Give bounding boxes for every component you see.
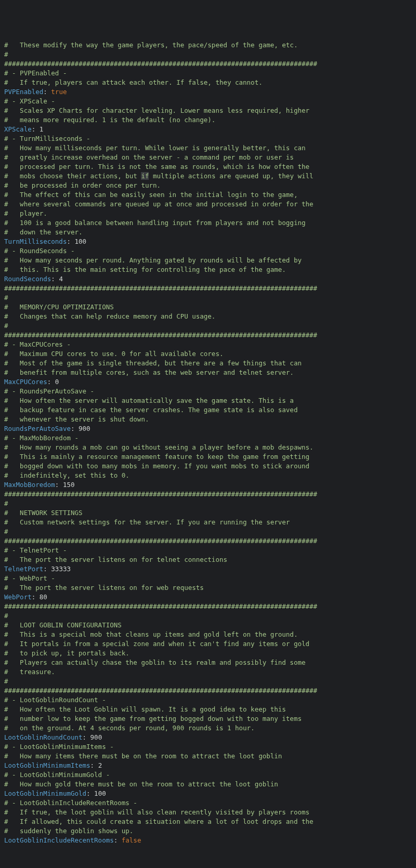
yaml-value: 900 xyxy=(90,733,102,741)
yaml-value: 33333 xyxy=(51,565,71,573)
comment-line: # processed per turn. This is not the sa… xyxy=(4,163,309,170)
comment-line: # xyxy=(4,322,8,330)
yaml-value: true xyxy=(51,88,67,96)
yaml-value: 0 xyxy=(55,378,59,386)
comment-line: # - WebPort - xyxy=(4,574,55,582)
comment-line: # xyxy=(4,50,8,58)
comment-line: # - LootGoblinMinimumItems - xyxy=(4,743,114,751)
comment-line: # - PVPEnabled - xyxy=(4,69,67,77)
yaml-key: TelnetPort xyxy=(4,565,43,573)
highlighted-word: if xyxy=(141,172,149,180)
comment-line: # on the ground. At 4 seconds per round,… xyxy=(4,724,255,732)
comment-line: # If true, the loot goblin will also cle… xyxy=(4,808,309,816)
yaml-key: MaxMobBoredom xyxy=(4,481,55,489)
yaml-value: 2 xyxy=(98,761,102,769)
comment-line: # this. This is the main setting for con… xyxy=(4,266,286,273)
colon: : xyxy=(55,481,59,489)
comment-line: # xyxy=(4,499,8,507)
yaml-value: 4 xyxy=(59,275,63,283)
comment-line: # Players can actually chase the goblin … xyxy=(4,659,305,666)
comment-line: # 100 is a good balance between handling… xyxy=(4,219,305,227)
comment-line: # greatly increase overhead on the serve… xyxy=(4,153,294,161)
comment-line: ########################################… xyxy=(4,687,317,694)
colon: : xyxy=(86,790,90,797)
comment-line: # down the server. xyxy=(4,228,83,236)
comment-line: # If allowed, this could create a situat… xyxy=(4,818,314,825)
yaml-value: 100 xyxy=(74,238,86,245)
comment-line: # xyxy=(4,528,8,535)
comment-line: # to pick up, it portals back. xyxy=(4,649,129,657)
comment-line: # These modify the way the game players,… xyxy=(4,41,297,49)
comment-line: # NETWORK SETTINGS xyxy=(4,509,83,517)
comment-line: # - TurnMilliseconds - xyxy=(4,135,90,142)
colon: : xyxy=(71,425,75,432)
yaml-key: RoundSeconds xyxy=(4,275,51,283)
comment-line: # Most of the game is single threaded, b… xyxy=(4,359,302,367)
comment-line: # xyxy=(4,677,8,685)
yaml-value: false xyxy=(122,836,141,844)
comment-line: # It portals in from a special zone and … xyxy=(4,640,309,648)
comment-line: # bogged down with too many mobs in memo… xyxy=(4,462,309,470)
comment-line: # Custom network settings for the server… xyxy=(4,518,290,526)
comment-line: # benefit from multiple cores, such as t… xyxy=(4,369,294,376)
colon: : xyxy=(32,593,36,601)
yaml-key: LootGoblinIncludeRecentRooms xyxy=(4,836,114,844)
colon: : xyxy=(90,761,95,769)
yaml-key: MaxCPUCores xyxy=(4,378,47,386)
comment-line: # where several commands are queued up a… xyxy=(4,200,314,208)
comment-line: ########################################… xyxy=(4,602,317,610)
comment-line: # Maximum CPU cores to use. 0 for all av… xyxy=(4,350,223,358)
yaml-key: PVPEnabled xyxy=(4,88,43,96)
comment-line: # - XPScale - xyxy=(4,97,55,105)
comment-line: # How often the Loot Goblin will spawn. … xyxy=(4,705,286,713)
comment-line: # MEMORY/CPU OPTIMIZATIONS xyxy=(4,303,114,311)
comment-line: # mobs choose their actions, but if mult… xyxy=(4,172,314,180)
comment-line: # means more required. 1 is the default … xyxy=(4,116,215,124)
comment-line: # Scales XP Charts for character levelin… xyxy=(4,107,309,114)
comment-line: # backup feature in case the server cras… xyxy=(4,406,297,414)
yaml-value: 1 xyxy=(40,125,44,133)
comment-line: ########################################… xyxy=(4,490,317,498)
yaml-value: 900 xyxy=(79,425,90,432)
yaml-config-code: # These modify the way the game players,… xyxy=(4,41,412,845)
yaml-key: LootGoblinMinimumItems xyxy=(4,761,90,769)
comment-line: # The port the server listens on for web… xyxy=(4,584,204,591)
comment-line: # How many milliseconds per turn. While … xyxy=(4,144,305,152)
colon: : xyxy=(43,565,47,573)
comment-line: # How many rounds a mob can go without s… xyxy=(4,443,314,451)
colon: : xyxy=(67,238,71,245)
comment-line: # player. xyxy=(4,209,47,217)
yaml-key: RoundsPerAutoSave xyxy=(4,425,71,432)
comment-line: # - RoundSeconds - xyxy=(4,247,74,255)
yaml-key: XPScale xyxy=(4,125,32,133)
colon: : xyxy=(51,275,55,283)
yaml-value: 100 xyxy=(94,790,106,797)
comment-line: # - MaxCPUCores - xyxy=(4,340,71,348)
comment-line: # - LootGoblinRoundCount - xyxy=(4,696,106,704)
yaml-value: 80 xyxy=(40,593,47,601)
comment-line: # This is mainly a resource management f… xyxy=(4,453,309,461)
comment-line: # How often the server will automaticall… xyxy=(4,397,294,404)
comment-line: ########################################… xyxy=(4,60,317,68)
comment-line: # This is a special mob that cleans up i… xyxy=(4,630,297,638)
colon: : xyxy=(43,88,47,96)
comment-line: # - LootGoblinMinimumGold - xyxy=(4,771,110,779)
yaml-key: LootGoblinMinimumGold xyxy=(4,790,86,797)
comment-line: # xyxy=(4,612,8,620)
yaml-key: WebPort xyxy=(4,593,32,601)
comment-line: # suddenly the goblin shows up. xyxy=(4,827,133,835)
comment-line: ########################################… xyxy=(4,537,317,545)
comment-line: # - TelnetPort - xyxy=(4,546,67,554)
comment-line: # The port the server listens on for tel… xyxy=(4,556,227,563)
comment-line: # treasure. xyxy=(4,668,55,676)
comment-line: ########################################… xyxy=(4,331,317,339)
yaml-value: 150 xyxy=(63,481,75,489)
comment-line: # - LootGoblinIncludeRecentRooms - xyxy=(4,799,137,807)
comment-line: # If true, players can attack each other… xyxy=(4,78,263,86)
comment-line: # indefinitely, set this to 0. xyxy=(4,471,129,479)
yaml-key: TurnMilliseconds xyxy=(4,238,67,245)
colon: : xyxy=(83,733,87,741)
comment-line: # The effect of this can be easily seen … xyxy=(4,191,297,199)
comment-line: # number low to keep the game from getti… xyxy=(4,715,302,722)
comment-line: # be processed in order once per turn. xyxy=(4,181,161,189)
